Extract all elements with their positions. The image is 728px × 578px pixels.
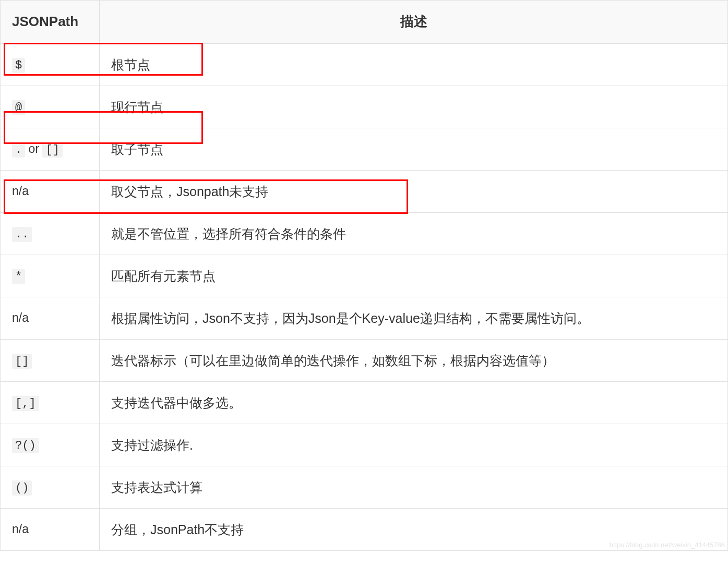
- watermark-text: https://blog.csdn.net/weixin_41445786: [610, 541, 725, 549]
- cell-jsonpath: *: [1, 255, 100, 297]
- plain-text: n/a: [12, 522, 29, 536]
- table-row: ?()支持过滤操作.: [1, 424, 728, 466]
- header-description: 描述: [100, 1, 728, 44]
- cell-jsonpath: @: [1, 86, 100, 128]
- cell-description: 迭代器标示（可以在里边做简单的迭代操作，如数组下标，根据内容选值等）: [100, 339, 728, 381]
- cell-description: 匹配所有元素节点: [100, 255, 728, 297]
- cell-jsonpath: [,]: [1, 381, 100, 424]
- cell-jsonpath: ..: [1, 212, 100, 255]
- table-row: @现行节点: [1, 86, 728, 128]
- plain-text: n/a: [12, 311, 29, 324]
- cell-jsonpath: $: [1, 43, 100, 86]
- cell-jsonpath: ?(): [1, 424, 100, 466]
- cell-jsonpath: n/a: [1, 297, 100, 339]
- cell-jsonpath: n/a: [1, 508, 100, 550]
- table-row: ()支持表达式计算: [1, 466, 728, 508]
- table-header-row: JSONPath 描述: [1, 1, 728, 44]
- cell-description: 根节点: [100, 43, 728, 86]
- code-token: [,]: [12, 396, 39, 411]
- plain-text: n/a: [12, 184, 29, 198]
- code-token: (): [12, 480, 32, 496]
- table-row: n/a根据属性访问，Json不支持，因为Json是个Key-value递归结构，…: [1, 297, 728, 339]
- cell-description: 取父节点，Jsonpath未支持: [100, 170, 728, 212]
- jsonpath-table: JSONPath 描述 $根节点@现行节点. or []取子节点n/a取父节点，…: [0, 0, 728, 551]
- code-token: *: [12, 269, 25, 284]
- cell-description: 现行节点: [100, 86, 728, 128]
- table-row: [,]支持迭代器中做多选。: [1, 381, 728, 424]
- code-token: @: [12, 100, 25, 115]
- table-row: . or []取子节点: [1, 128, 728, 170]
- cell-jsonpath: n/a: [1, 170, 100, 212]
- cell-description: 根据属性访问，Json不支持，因为Json是个Key-value递归结构，不需要…: [100, 297, 728, 339]
- code-token: .: [12, 142, 25, 158]
- plain-text: or: [25, 142, 42, 155]
- table-row: *匹配所有元素节点: [1, 255, 728, 297]
- cell-description: 支持过滤操作.: [100, 424, 728, 466]
- cell-description: 支持表达式计算: [100, 466, 728, 508]
- table-row: []迭代器标示（可以在里边做简单的迭代操作，如数组下标，根据内容选值等）: [1, 339, 728, 381]
- code-token: ..: [12, 227, 32, 242]
- code-token: $: [12, 58, 25, 73]
- table-row: ..就是不管位置，选择所有符合条件的条件: [1, 212, 728, 255]
- cell-jsonpath: . or []: [1, 128, 100, 170]
- cell-jsonpath: (): [1, 466, 100, 508]
- code-token: ?(): [12, 438, 39, 453]
- code-token: []: [12, 354, 32, 369]
- table-row: $根节点: [1, 43, 728, 86]
- code-token: []: [42, 142, 62, 158]
- cell-jsonpath: []: [1, 339, 100, 381]
- cell-description: 取子节点: [100, 128, 728, 170]
- table-row: n/a取父节点，Jsonpath未支持: [1, 170, 728, 212]
- cell-description: 支持迭代器中做多选。: [100, 381, 728, 424]
- cell-description: 就是不管位置，选择所有符合条件的条件: [100, 212, 728, 255]
- header-jsonpath: JSONPath: [1, 1, 100, 44]
